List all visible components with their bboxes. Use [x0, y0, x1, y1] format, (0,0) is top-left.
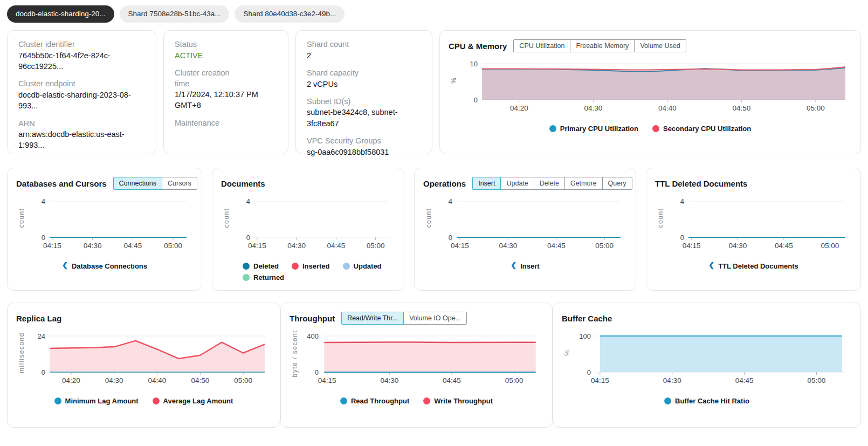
svg-text:04:30: 04:30 [380, 376, 398, 385]
tab-pill-shard-80e40d38-c3e2-49b[interactable]: Shard 80e40d38-c3e2-49b... [235, 5, 345, 23]
throughput-header: Throughput Read/Write Thr...Volume IO Op… [290, 311, 543, 326]
legend-item-primary-cpu-utilization[interactable]: Primary CPU Utilization [549, 125, 638, 133]
legend-item-secondary-cpu-utilization[interactable]: Secondary CPU Utilization [652, 125, 751, 133]
svg-text:count: count [425, 208, 432, 228]
tab-volume-io-ope[interactable]: Volume IO Ope... [403, 312, 467, 325]
svg-text:100: 100 [579, 332, 591, 340]
svg-text:04:15: 04:15 [451, 242, 469, 250]
legend-label: Inserted [302, 262, 330, 270]
legend-label: Minimum Lag Amount [65, 397, 139, 405]
svg-text:04:15: 04:15 [318, 376, 336, 385]
svg-text:0: 0 [680, 234, 684, 242]
legend-item-deleted[interactable]: Deleted [243, 262, 279, 270]
legend-item-updated[interactable]: Updated [343, 262, 382, 270]
svg-text:0: 0 [449, 234, 452, 242]
replica-lag-header: Replica Lag [16, 311, 271, 326]
legend-label: Write Throughput [434, 397, 493, 405]
svg-text:0: 0 [42, 368, 45, 376]
info-pair-shard-capacity: Shard capacity2 vCPUs [307, 68, 421, 90]
legend-item-ttl-deleted-documents[interactable]: ❮TTL Deleted Documents [708, 262, 798, 270]
tab-read-write-thr[interactable]: Read/Write Thr... [341, 312, 404, 325]
svg-text:04:45: 04:45 [547, 242, 566, 250]
legend-item-read-throughput[interactable]: Read Throughput [340, 397, 409, 405]
tab-insert[interactable]: Insert [472, 177, 501, 190]
chevron-left-icon[interactable]: ❮ [62, 261, 68, 269]
svg-text:04:40: 04:40 [658, 104, 677, 112]
legend-item-buffer-cache-hit-ratio[interactable]: Buffer Cache Hit Ratio [664, 397, 749, 405]
svg-text:04:45: 04:45 [735, 376, 754, 385]
svg-text:04:15: 04:15 [591, 376, 609, 385]
info-label: Maintenance [175, 118, 277, 129]
summary-row: Cluster identifier7645b50c-1f64-4f2e-824… [7, 30, 861, 154]
legend-dot-icon [54, 397, 61, 404]
info-label: ARN [18, 119, 145, 129]
legend-item-insert[interactable]: ❮Insert [511, 262, 539, 270]
cluster-shard-tabs: docdb-elastic-sharding-20...Shard 7508e2… [7, 5, 861, 23]
legend-item-inserted[interactable]: Inserted [292, 262, 330, 270]
svg-text:05:00: 05:00 [234, 376, 252, 385]
tab-getmore[interactable]: Getmore [564, 177, 603, 190]
svg-text:4: 4 [449, 197, 452, 205]
legend-item-write-throughput[interactable]: Write Throughput [423, 397, 493, 405]
legend-item-returned[interactable]: Returned [243, 273, 284, 282]
chevron-left-icon[interactable]: ❮ [708, 261, 714, 269]
svg-text:24: 24 [38, 332, 45, 340]
svg-text:05:00: 05:00 [595, 242, 614, 250]
cpu-memory-card: CPU & Memory CPU UtilizationFreeable Mem… [439, 30, 861, 154]
tab-cursors[interactable]: Cursors [162, 177, 197, 190]
svg-text:04:20: 04:20 [62, 376, 80, 385]
svg-text:0: 0 [42, 234, 45, 242]
cpu-memory-header: CPU & Memory CPU UtilizationFreeable Mem… [449, 38, 852, 53]
operations-legend: ❮Insert [423, 262, 627, 270]
tab-update[interactable]: Update [500, 177, 534, 190]
svg-text:04:50: 04:50 [191, 376, 209, 385]
legend-label: Database Connections [72, 262, 147, 270]
throughput-legend: Read ThroughputWrite Throughput [290, 397, 543, 405]
svg-text:04:15: 04:15 [43, 242, 61, 250]
tab-cpu-utilization[interactable]: CPU Utilization [513, 39, 570, 52]
documents-header: Documents [221, 176, 395, 191]
tab-query[interactable]: Query [602, 177, 632, 190]
legend-dot-icon [664, 397, 671, 404]
replica-lag-legend: Minimum Lag AmountAverage Lag Amount [16, 397, 271, 405]
documents-card: Documents 04count04:1504:3004:4505:00 De… [212, 168, 404, 291]
legend-item-minimum-lag-amount[interactable]: Minimum Lag Amount [54, 397, 139, 405]
tab-delete[interactable]: Delete [534, 177, 565, 190]
buffer-cache-header: Buffer Cache [562, 311, 852, 326]
svg-text:05:00: 05:00 [807, 104, 825, 112]
legend-item-average-lag-amount[interactable]: Average Lag Amount [153, 397, 233, 405]
ttl-title: TTL Deleted Documents [655, 179, 747, 188]
cpu-memory-title: CPU & Memory [449, 42, 507, 51]
tab-volume-used[interactable]: Volume Used [634, 39, 686, 52]
throughput-chart: 0400byte / second04:1504:3004:4505:00 [290, 331, 543, 388]
operations-chart: 04count04:1504:3004:4505:00 [423, 196, 627, 253]
svg-text:0: 0 [587, 368, 591, 376]
svg-text:05:00: 05:00 [505, 376, 523, 385]
databases-cursors-chart: 04count04:1504:3004:4505:00 [16, 196, 193, 253]
svg-text:count: count [18, 208, 25, 228]
tab-freeable-memory[interactable]: Freeable Memory [570, 39, 635, 52]
legend-item-database-connections[interactable]: ❮Database Connections [62, 262, 147, 270]
replica-lag-card: Replica Lag 024millisecond04:2004:3004:4… [7, 303, 280, 428]
info-pair-cluster-creation-time: Cluster creation time1/17/2024, 12:10:37… [175, 68, 277, 111]
operations-header: Operations InsertUpdateDeleteGetmoreQuer… [423, 176, 627, 191]
tab-connections[interactable]: Connections [113, 177, 163, 190]
chevron-left-icon[interactable]: ❮ [511, 261, 516, 269]
cpu-memory-chart: 010%04:2004:3004:4004:5005:00 [449, 59, 852, 116]
svg-text:04:20: 04:20 [510, 104, 528, 112]
svg-text:04:40: 04:40 [148, 376, 167, 385]
legend-label: Primary CPU Utilization [560, 125, 638, 133]
legend-dot-icon [423, 397, 430, 404]
operations-tabs: InsertUpdateDeleteGetmoreQuery [472, 177, 632, 190]
legend-dot-icon [549, 125, 556, 132]
svg-text:count: count [223, 208, 230, 228]
ttl-deleted-documents-card: TTL Deleted Documents 04count04:1504:300… [646, 168, 861, 291]
ttl-legend: ❮TTL Deleted Documents [655, 262, 852, 270]
legend-label: Returned [253, 273, 284, 282]
tab-pill-docdb-elastic-sharding-20[interactable]: docdb-elastic-sharding-20... [7, 5, 114, 23]
svg-text:04:30: 04:30 [287, 242, 306, 250]
throughput-title: Throughput [290, 314, 335, 323]
svg-text:millisecond: millisecond [18, 332, 25, 373]
tab-pill-shard-7508e28b-51bc-43a[interactable]: Shard 7508e28b-51bc-43a... [120, 5, 230, 23]
info-value: subnet-be3424c8, subnet-3fc8ea67 [307, 107, 421, 129]
